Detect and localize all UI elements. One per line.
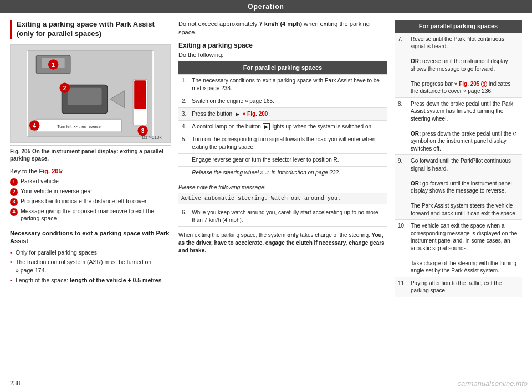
row-content: Paying attention to the traffic, exit th… (407, 277, 522, 297)
table-row: 3. Press the button ▶ » Fig. 200 . (178, 108, 387, 121)
or-label: OR: (411, 180, 421, 187)
page-container: Operation Exiting a parking space with P… (0, 0, 532, 392)
svg-text:1: 1 (52, 61, 55, 68)
row-num: 3. (178, 108, 188, 121)
row-content: Switch on the engine » page 165. (188, 95, 387, 108)
page-header: Operation (0, 0, 532, 13)
row-content: The vehicle can exit the space when a co… (407, 220, 522, 277)
table-row: 11. Paying attention to the traffic, exi… (395, 277, 522, 297)
warning-icon: ⚠ (265, 169, 270, 176)
speed-value: 7 km/h (4 mph) (259, 20, 303, 27)
row-num: 5. (178, 133, 188, 154)
monospace-message: Active automatic steering. Watch out aro… (178, 193, 387, 204)
circle-3: 3 (10, 198, 18, 206)
row-num: 9. (395, 155, 407, 220)
key-list: 1 Parked vehicle 2 Your vehicle in rever… (10, 178, 171, 223)
table-header-row: For parallel parking spaces (178, 61, 387, 75)
table-row: 5. Turn on the corresponding turn signal… (178, 133, 387, 154)
do-following: Do the following: (178, 51, 387, 58)
button-icon: ▶ (234, 111, 241, 117)
row-content: Press down the brake pedal until the Par… (407, 97, 522, 155)
svg-rect-9 (68, 87, 102, 105)
bullet-intro-pre: Do not exceed approximately (178, 20, 259, 27)
table-row: 4. A control lamp on the button ▶ lights… (178, 121, 387, 133)
row-num (178, 167, 188, 179)
row-content: While you keep watch around you, careful… (188, 207, 387, 227)
list-item: Length of the space: length of the vehic… (10, 276, 171, 285)
row-num: 1. (178, 75, 188, 95)
svg-text:3: 3 (141, 128, 145, 134)
row-content: Turn on the corresponding turn signal to… (188, 133, 387, 154)
circle-2: 2 (10, 188, 18, 196)
speed-note: Do not exceed approximately 7 km/h (4 mp… (178, 20, 387, 37)
car-diagram: 1 2 3 Turn left (10, 44, 171, 143)
section-title-box: Exiting a parking space with Park Assist… (10, 20, 171, 39)
middle-column: Do not exceed approximately 7 km/h (4 mp… (178, 20, 387, 374)
fig-caption: Fig. 205 On the instrument panel display… (10, 145, 171, 162)
list-item: Only for parallel parking spaces (10, 249, 171, 257)
conditions-list: Only for parallel parking spaces The tra… (10, 249, 171, 285)
fig-caption-text: Fig. 205 On the instrument panel display… (10, 148, 163, 162)
footer: 238 (0, 381, 532, 392)
row-content: Release the steering wheel » ⚠ in Introd… (188, 167, 387, 179)
table-row: 6. While you keep watch around you, care… (178, 207, 387, 227)
parallel-table: For parallel parking spaces 1. The neces… (178, 61, 387, 179)
row-content: Engage reverse gear or turn the selector… (188, 154, 387, 167)
necessary-conditions-title: Necessary conditions to exit a parking s… (10, 229, 171, 245)
svg-rect-14 (134, 80, 146, 109)
table-row: 7. Reverse until the ParkPilot continuou… (395, 33, 522, 97)
watermark: carmanualsonline.info (458, 379, 528, 388)
row-num: 6. (178, 207, 188, 227)
table-header: For parallel parking spaces (178, 61, 387, 75)
table-header-row: For parallel parking spaces (395, 20, 522, 33)
svg-text:Turn left >> then reverse: Turn left >> then reverse (57, 123, 100, 128)
table-row: 2. Switch on the engine » page 165. (178, 95, 387, 108)
row-content: A control lamp on the button ▶ lights up… (188, 121, 387, 133)
right-table-header: For parallel parking spaces (395, 20, 522, 33)
row-num: 2. (178, 95, 188, 108)
section-title: Exiting a parking space with Park Assist… (17, 20, 171, 39)
row-content: Go forward until the ParkPilot continuou… (407, 155, 522, 220)
row-num: 8. (395, 97, 407, 155)
right-table: For parallel parking spaces 7. Reverse u… (395, 20, 522, 297)
header-title: Operation (248, 3, 284, 11)
row-num: 10. (395, 220, 407, 277)
list-item: The traction control system (ASR) must b… (10, 258, 171, 274)
please-note: Please note the following message: (178, 184, 387, 191)
svg-text:4: 4 (33, 122, 36, 128)
row-num (178, 154, 188, 167)
row-content: Reverse until the ParkPilot continuous s… (407, 33, 522, 97)
list-item: 3 Progress bar to indicate the distance … (10, 198, 171, 206)
table-row: 8. Press down the brake pedal until the … (395, 97, 522, 155)
parallel-table-2: 6. While you keep watch around you, care… (178, 207, 387, 227)
list-item: 1 Parked vehicle (10, 178, 171, 186)
row-num: 7. (395, 33, 407, 97)
page-number: 238 (10, 380, 20, 386)
table-row: 10. The vehicle can exit the space when … (395, 220, 522, 277)
table-row: 9. Go forward until the ParkPilot contin… (395, 155, 522, 220)
button-icon: ▶ (263, 123, 270, 130)
circle-1: 1 (10, 178, 18, 186)
list-item: 2 Your vehicle in reverse gear (10, 188, 171, 196)
warning-note: When exiting the parking space, the syst… (178, 231, 387, 255)
or-label: OR: (411, 131, 421, 137)
fig-ref: Fig. 205 3 (457, 81, 487, 87)
table-row: 1. The necessary conditions to exit a pa… (178, 75, 387, 95)
svg-text:B17-013k: B17-013k (142, 135, 162, 140)
circle-4: 4 (10, 208, 18, 216)
svg-text:2: 2 (63, 85, 66, 91)
list-item: 4 Message giving the proposed manoeuvre … (10, 208, 171, 223)
table-row: Engage reverse gear or turn the selector… (178, 154, 387, 167)
content-area: Exiting a parking space with Park Assist… (0, 13, 532, 381)
table-row: Release the steering wheel » ⚠ in Introd… (178, 167, 387, 179)
exiting-heading: Exiting a parking space (178, 42, 387, 49)
right-column: For parallel parking spaces 7. Reverse u… (395, 20, 522, 374)
or-label: OR: (411, 58, 421, 64)
left-column: Exiting a parking space with Park Assist… (10, 20, 171, 374)
row-num: 4. (178, 121, 188, 133)
row-content: The necessary conditions to exit a parki… (188, 75, 387, 95)
key-title: Key to the Fig. 205: (10, 168, 171, 174)
row-content: Press the button ▶ » Fig. 200 . (188, 108, 387, 121)
row-num: 11. (395, 277, 407, 297)
